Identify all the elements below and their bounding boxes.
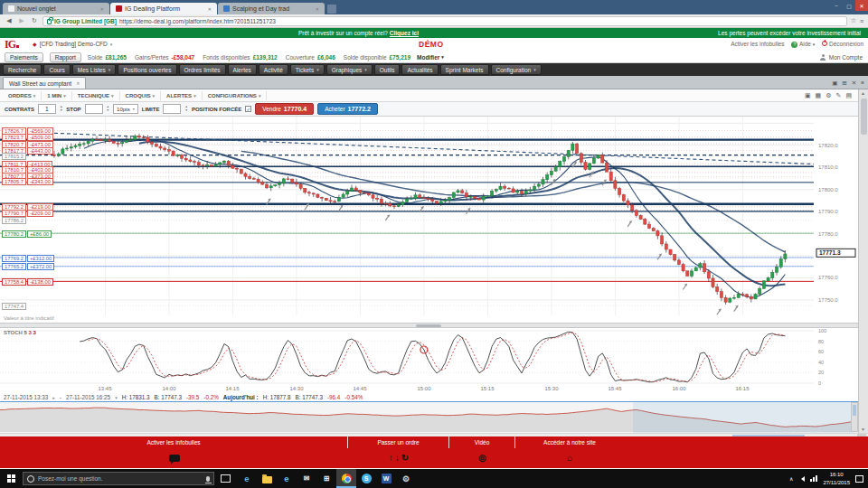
range-caret-icon[interactable]: ▾ <box>115 395 118 400</box>
taskbar-app-internet-explorer[interactable]: e <box>277 469 297 488</box>
layout-icon[interactable]: ▦ <box>816 92 822 99</box>
sell-button[interactable]: Vendre17770.4 <box>255 103 314 115</box>
forward-icon[interactable]: ▶ <box>17 17 26 24</box>
taskbar-app-mail[interactable]: ✉ <box>297 469 316 488</box>
chart-toolbar-alertes[interactable]: ALERTES▾ <box>161 91 203 100</box>
bookmark-star-icon[interactable]: ☆ <box>851 17 856 24</box>
action-order-arrows-label[interactable]: Passer un ordre <box>348 436 449 448</box>
order-price-label[interactable]: 17780.2 <box>2 230 26 238</box>
order-price-label[interactable]: 17758.4 <box>2 278 26 286</box>
tray-expand-icon[interactable]: ∧ <box>789 475 793 482</box>
taskbar-app-edge[interactable]: e <box>237 469 257 488</box>
contracts-input[interactable]: 1 <box>38 104 56 114</box>
menu-item-outils[interactable]: Outils <box>374 64 401 75</box>
taskbar-app-file-explorer[interactable] <box>257 469 277 488</box>
order-price-label[interactable]: 17805.7 <box>2 178 26 185</box>
price-chart[interactable]: 17820.017810.017800.017790.017780.017760… <box>0 117 858 315</box>
taskbar-app-settings[interactable]: ⚙ <box>396 469 416 488</box>
workspace-tab-wall-street[interactable]: Wall Street au comptant ✕ <box>3 77 86 89</box>
buy-button[interactable]: Acheter17772.2 <box>317 103 378 115</box>
order-level-row[interactable]: 17747.4 <box>2 303 26 310</box>
tooltips-link[interactable]: Activer les infobulles <box>731 41 784 47</box>
menu-item-cours[interactable]: Cours <box>43 64 70 75</box>
order-level-row[interactable]: 17758.4-£138.00 <box>2 278 53 286</box>
scroll-up-icon[interactable]: ▲ <box>861 90 865 96</box>
draw-icon[interactable]: ✎ <box>836 92 842 99</box>
my-account-link[interactable]: Mon Compte <box>820 54 863 61</box>
action-target-label[interactable]: Vidéo <box>449 436 515 448</box>
refresh-icon[interactable]: ↻ <box>30 17 39 24</box>
restore-panel-icon[interactable]: ▣ <box>832 80 837 87</box>
tab-close-icon[interactable]: ✕ <box>100 6 104 12</box>
logout-link[interactable]: Déconnexion <box>822 41 863 47</box>
taskbar-clock[interactable]: 16:10 27/11/2015 <box>823 471 850 486</box>
taskbar-app-store[interactable]: ⊞ <box>316 469 336 488</box>
order-level-row[interactable]: 17780.2+£86.00 <box>2 230 52 238</box>
navigator-scroll-handle[interactable] <box>853 405 856 416</box>
order-price-label[interactable]: 17769.2 <box>2 255 26 262</box>
menu-item-configuration[interactable]: Configuration▾ <box>491 64 542 75</box>
gear-icon[interactable]: ⚙ <box>826 92 831 99</box>
chart-toolbar-croquis[interactable]: CROQUIS▾ <box>120 91 162 100</box>
menu-item-actualit-s[interactable]: Actualités <box>401 64 438 75</box>
chart-toolbar-1-min[interactable]: 1 MIN▾ <box>42 91 72 100</box>
order-price-label[interactable]: 17747.4 <box>2 303 26 310</box>
navigator-scrollbar[interactable] <box>851 402 858 432</box>
action-order-arrows-cell[interactable]: ↑↓↻ <box>348 448 449 468</box>
help-link[interactable]: ? Aide ▾ <box>791 41 815 48</box>
chart-navigator[interactable] <box>0 401 858 433</box>
stop-type-select[interactable]: 10pts▾ <box>113 104 138 114</box>
close-button[interactable]: ✕ <box>855 0 868 11</box>
action-center-icon[interactable] <box>855 475 863 483</box>
menu-item-activit-[interactable]: Activité <box>259 64 288 75</box>
candlestick-chart[interactable]: 17820.017810.017800.017790.017780.017760… <box>0 117 858 315</box>
start-button[interactable] <box>0 469 22 488</box>
report-button[interactable]: Rapport <box>50 52 81 62</box>
menu-item-ordres-limit-s[interactable]: Ordres limités <box>179 64 226 75</box>
tab-close-icon[interactable]: ✕ <box>316 6 319 12</box>
navigator-chart[interactable] <box>0 402 858 433</box>
browser-tab[interactable]: IG Dealing Platform✕ <box>110 3 217 14</box>
order-price-label[interactable]: 17765.2 <box>2 263 26 270</box>
chart-toolbar-ordres[interactable]: ORDRES▾ <box>3 91 42 100</box>
order-level-row[interactable]: 17769.2+£312.00 <box>2 255 54 262</box>
stop-stepper[interactable]: ▲▼ <box>107 106 109 112</box>
forced-position-checkbox[interactable]: ✓ <box>245 106 251 112</box>
account-selector[interactable]: ◆ [CFD Trading] Demo-CFD ▾ <box>33 41 112 47</box>
menu-item-sprint-markets[interactable]: Sprint Markets <box>440 64 489 75</box>
back-icon[interactable]: ◀ <box>5 17 14 24</box>
vertical-scroll-handle[interactable] <box>861 99 867 135</box>
task-view-icon[interactable] <box>221 474 231 483</box>
comment-icon[interactable]: ▤ <box>845 92 852 99</box>
stop-input[interactable] <box>85 104 103 114</box>
tab-close-icon[interactable]: ✕ <box>76 80 80 86</box>
ig-logo[interactable]: IG <box>5 38 19 52</box>
contracts-stepper[interactable]: ▲▼ <box>60 106 62 112</box>
action-target-cell[interactable]: ◎ <box>449 448 515 468</box>
limit-stepper[interactable]: ▲▼ <box>184 106 187 112</box>
network-icon[interactable] <box>810 475 817 482</box>
browser-tab[interactable]: Scalping et Day trad✕ <box>218 3 325 14</box>
menu-item-graphiques[interactable]: Graphiques▾ <box>326 64 373 75</box>
taskbar-app-skype[interactable]: S <box>356 469 376 488</box>
url-omnibox[interactable]: IG Group Limited [GB] https://demo-deal.… <box>42 16 847 26</box>
payments-button[interactable]: Paiements <box>5 52 43 62</box>
order-level-row[interactable]: 17790.7-£209.00 <box>2 210 53 217</box>
volume-icon[interactable] <box>798 476 805 482</box>
camera-icon[interactable]: ▣ <box>805 92 811 99</box>
order-level-row[interactable]: 17805.7-£343.00 <box>2 178 53 185</box>
minimize-button[interactable]: – <box>830 0 843 11</box>
action-speech-bubble-cell[interactable] <box>0 448 348 468</box>
browser-tab[interactable]: Nouvel onglet✕ <box>3 3 109 14</box>
scroll-down-icon[interactable]: ▼ <box>861 427 865 432</box>
action-home-cell[interactable]: ⌂ <box>515 448 624 468</box>
menu-item-mes-listes[interactable]: Mes Listes▾ <box>72 64 117 75</box>
menu-item-positions-ouvertes[interactable]: Positions ouvertes <box>118 64 176 75</box>
action-home-label[interactable]: Accéder à notre site <box>515 436 624 448</box>
range-start[interactable]: 27-11-2015 13:33 <box>4 394 48 400</box>
popout-panel-icon[interactable]: ⊞ <box>842 80 846 87</box>
vertical-scrollbar[interactable]: ▲ ▼ <box>858 89 868 433</box>
cortana-search-box[interactable]: Posez-moi une question. <box>23 472 214 485</box>
range-end[interactable]: 27-11-2015 16:25 <box>66 394 110 400</box>
chart-toolbar-technique[interactable]: TECHNIQUE▾ <box>72 91 120 100</box>
